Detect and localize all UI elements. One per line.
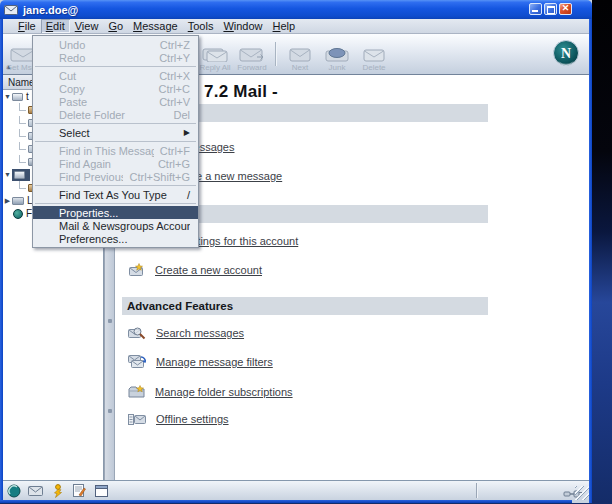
page-icon[interactable] <box>94 483 109 498</box>
mail-component-icon[interactable] <box>28 483 43 498</box>
link-offline-settings[interactable]: Offline settings <box>128 413 229 425</box>
junk-icon <box>324 47 350 62</box>
link-folder-subscriptions[interactable]: Manage folder subscriptions <box>128 385 293 398</box>
delete-button[interactable]: Delete <box>356 36 392 72</box>
window-title: jane.doe@ <box>23 4 78 16</box>
menu-edit[interactable]: Edit <box>41 19 70 33</box>
menu-item-find-previous: Find PreviousCtrl+Shift+G <box>33 170 198 183</box>
link-create-account[interactable]: Create a new account <box>128 263 262 276</box>
menu-separator <box>35 123 196 124</box>
composer-icon[interactable] <box>72 483 87 498</box>
forward-button[interactable]: Forward <box>234 36 270 72</box>
window-border <box>0 500 572 503</box>
resize-grip[interactable] <box>575 486 589 500</box>
menu-item-select[interactable]: Select▶ <box>33 126 198 139</box>
link-search-messages[interactable]: Search messages <box>128 326 244 340</box>
menu-item-copy: CopyCtrl+C <box>33 82 198 95</box>
tree-connector <box>19 116 26 124</box>
window-border <box>0 19 3 503</box>
desktop-background: jane.doe@ File Edit View Go Message Tool… <box>0 0 612 504</box>
twisty-open-icon[interactable]: ▼ <box>3 171 12 178</box>
globe-icon <box>13 209 23 219</box>
menu-item-delete-folder: Delete FolderDel <box>33 108 198 121</box>
mail-server-icon <box>14 171 25 179</box>
tree-connector <box>19 103 26 111</box>
mail-window-icon <box>4 5 18 15</box>
menu-item-find-text-as-you-type[interactable]: Find Text As You Type/ <box>33 188 198 201</box>
netscape-logo[interactable]: N <box>552 39 580 67</box>
tree-connector <box>19 142 26 150</box>
menu-separator <box>35 66 196 67</box>
forward-icon <box>239 47 265 62</box>
menu-item-paste: PasteCtrl+V <box>33 95 198 108</box>
menu-tools[interactable]: Tools <box>183 19 219 33</box>
component-bar <box>6 483 109 498</box>
navigator-icon[interactable] <box>6 483 21 498</box>
menu-separator <box>35 203 196 204</box>
search-icon <box>128 326 146 340</box>
twisty-closed-icon[interactable]: ▶ <box>3 197 12 205</box>
statusbar-divider <box>476 483 477 498</box>
folder-subscriptions-icon <box>128 385 145 398</box>
menu-item-mail-newsgroups-account-settings[interactable]: Mail & Newsgroups Account Settings... <box>33 219 198 232</box>
minimize-button[interactable] <box>529 3 542 15</box>
menu-item-find-again: Find AgainCtrl+G <box>33 157 198 170</box>
new-account-icon <box>128 263 145 276</box>
reply-all-button[interactable]: Reply All <box>197 36 233 72</box>
menu-message[interactable]: Message <box>128 19 183 33</box>
window-border <box>589 19 592 503</box>
menu-item-properties[interactable]: Properties... <box>33 206 198 219</box>
menu-item-redo: RedoCtrl+Y <box>33 51 198 64</box>
local-folders-icon <box>12 197 24 205</box>
tree-connector <box>19 181 26 189</box>
titlebar[interactable]: jane.doe@ <box>0 0 592 19</box>
tree-connector <box>19 129 26 137</box>
twisty-open-icon[interactable]: ▼ <box>3 93 12 100</box>
menu-window[interactable]: Window <box>218 19 267 33</box>
menu-item-undo: UndoCtrl+Z <box>33 38 198 51</box>
delete-icon <box>361 47 387 62</box>
menu-separator <box>35 185 196 186</box>
svg-text:N: N <box>561 46 571 61</box>
section-header-advanced-features: Advanced Features <box>122 297 488 315</box>
junk-button[interactable]: Junk <box>319 36 355 72</box>
statusbar <box>3 480 589 500</box>
next-icon <box>287 47 313 62</box>
next-button[interactable]: Next <box>282 36 318 72</box>
mail-server-icon <box>12 93 23 101</box>
toolbar-separator <box>275 42 276 66</box>
menu-go[interactable]: Go <box>103 19 128 33</box>
maximize-button[interactable] <box>544 3 557 15</box>
message-filters-icon <box>128 355 146 368</box>
submenu-arrow-icon: ▶ <box>184 128 190 137</box>
splitter-notch <box>108 319 112 323</box>
menu-item-preferences[interactable]: Preferences... <box>33 232 198 245</box>
splitter-notch <box>108 409 112 413</box>
menu-separator <box>35 141 196 142</box>
close-button[interactable] <box>559 3 572 15</box>
edit-menu-dropdown: UndoCtrl+Z RedoCtrl+Y CutCtrl+X CopyCtrl… <box>32 35 199 248</box>
instant-messenger-icon[interactable] <box>50 483 65 498</box>
link-manage-filters[interactable]: Manage message filters <box>128 355 273 368</box>
menubar: File Edit View Go Message Tools Window H… <box>3 19 589 34</box>
menu-view[interactable]: View <box>70 19 104 33</box>
reply-all-icon <box>202 47 228 62</box>
menu-file[interactable]: File <box>13 19 41 33</box>
menu-help[interactable]: Help <box>268 19 301 33</box>
offline-settings-icon <box>128 413 146 425</box>
menu-item-find-in-this-message: Find in This Message...Ctrl+F <box>33 144 198 157</box>
menu-item-cut: CutCtrl+X <box>33 69 198 82</box>
tree-connector <box>19 155 26 163</box>
